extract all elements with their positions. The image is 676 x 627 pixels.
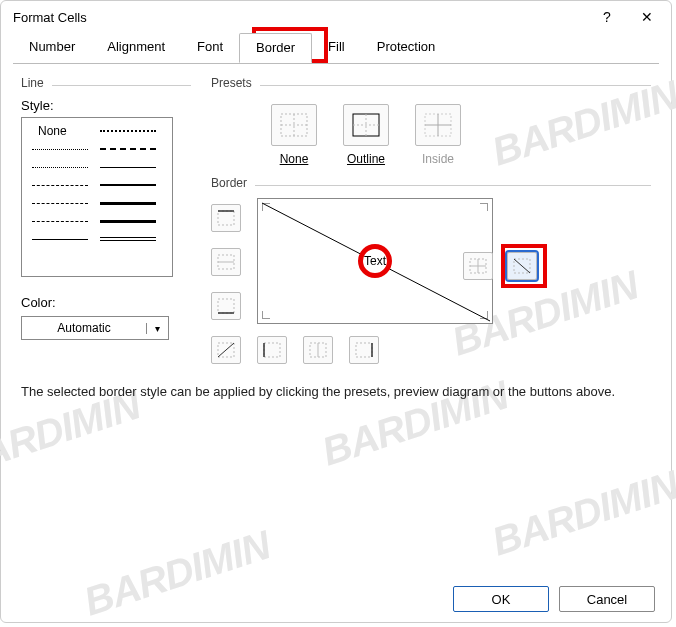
line-style-option[interactable]	[94, 230, 162, 248]
border-bottom-button[interactable]	[211, 292, 241, 320]
preset-none-icon	[271, 104, 317, 146]
svg-rect-13	[218, 299, 234, 313]
cancel-button[interactable]: Cancel	[559, 586, 655, 612]
preset-label: Outline	[347, 152, 385, 166]
ok-button[interactable]: OK	[453, 586, 549, 612]
border-diag-down-button[interactable]	[507, 252, 537, 280]
preset-outline[interactable]: Outline	[343, 104, 389, 166]
border-group-label: Border	[211, 176, 247, 190]
line-style-option[interactable]	[94, 212, 162, 230]
preset-inside-icon	[415, 104, 461, 146]
svg-rect-18	[264, 343, 280, 357]
color-value: Automatic	[22, 321, 146, 335]
line-style-option[interactable]	[94, 176, 162, 194]
style-label: Style:	[21, 98, 191, 113]
line-style-option[interactable]	[26, 176, 94, 194]
preset-outline-icon	[343, 104, 389, 146]
color-label: Color:	[21, 295, 191, 310]
line-style-option[interactable]	[94, 140, 162, 158]
preset-label: None	[280, 152, 309, 166]
line-style-option[interactable]	[26, 194, 94, 212]
border-middle-v-button[interactable]	[303, 336, 333, 364]
line-style-none[interactable]: None	[26, 122, 94, 140]
border-middle-h-button[interactable]	[211, 248, 241, 276]
line-style-option[interactable]	[26, 158, 94, 176]
border-preview[interactable]: Text	[257, 198, 493, 324]
tab-alignment[interactable]: Alignment	[91, 33, 181, 63]
line-style-list[interactable]: None	[21, 117, 173, 277]
tab-fill[interactable]: Fill	[312, 33, 361, 63]
border-grid-button[interactable]	[463, 252, 493, 280]
border-left-button[interactable]	[257, 336, 287, 364]
line-style-option[interactable]	[26, 140, 94, 158]
border-diag-up-button[interactable]	[211, 336, 241, 364]
border-right-button[interactable]	[349, 336, 379, 364]
tab-number[interactable]: Number	[13, 33, 91, 63]
line-style-option[interactable]	[94, 158, 162, 176]
svg-line-17	[218, 343, 234, 357]
divider	[260, 85, 651, 86]
svg-rect-22	[356, 343, 372, 357]
divider	[255, 185, 651, 186]
line-group-label: Line	[21, 76, 44, 90]
help-button[interactable]: ?	[587, 3, 627, 31]
svg-line-28	[514, 259, 530, 273]
tab-border[interactable]: Border	[239, 33, 312, 63]
tab-protection[interactable]: Protection	[361, 33, 452, 63]
preset-label: Inside	[422, 152, 454, 166]
presets-group-label: Presets	[211, 76, 252, 90]
tab-font[interactable]: Font	[181, 33, 239, 63]
svg-rect-9	[218, 211, 234, 225]
chevron-down-icon: ▾	[146, 323, 168, 334]
border-top-button[interactable]	[211, 204, 241, 232]
preset-inside: Inside	[415, 104, 461, 166]
close-button[interactable]: ✕	[627, 3, 667, 31]
tab-strip: Number Alignment Font Border Fill Protec…	[1, 33, 671, 63]
help-text: The selected border style can be applied…	[21, 384, 651, 399]
line-style-option[interactable]	[26, 212, 94, 230]
color-select[interactable]: Automatic ▾	[21, 316, 169, 340]
line-style-option[interactable]	[26, 230, 94, 248]
preview-text: Text	[362, 254, 388, 268]
dialog-title: Format Cells	[13, 10, 587, 25]
line-style-option[interactable]	[94, 194, 162, 212]
divider	[52, 85, 191, 86]
preset-none[interactable]: None	[271, 104, 317, 166]
line-style-option[interactable]	[94, 122, 162, 140]
